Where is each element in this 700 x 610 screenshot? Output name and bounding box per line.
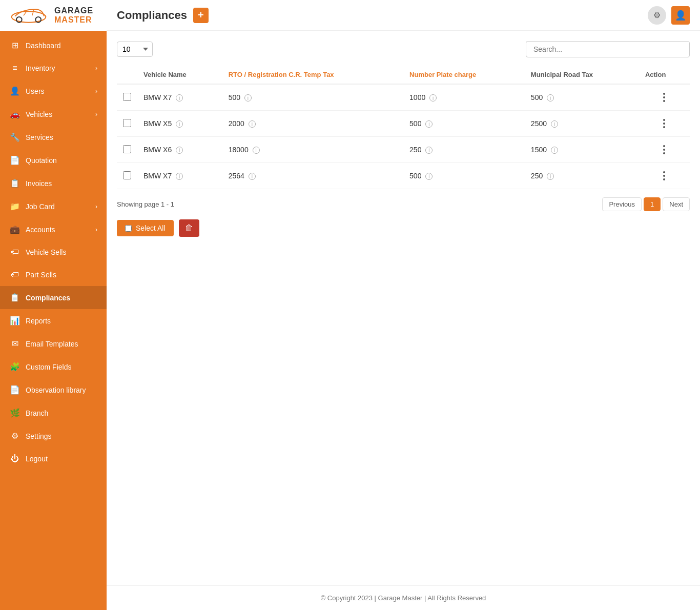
row-checkbox-1[interactable] xyxy=(123,119,131,127)
sidebar-item-dashboard[interactable]: ⊞ Dashboard xyxy=(0,34,107,57)
compliances-icon: 📋 xyxy=(9,293,20,302)
vehicle-name-info-icon[interactable]: i xyxy=(176,147,183,154)
rto-info-icon[interactable]: i xyxy=(249,173,256,180)
cell-action xyxy=(639,137,690,163)
sidebar-nav: ⊞ Dashboard ≡ Inventory › 👤 Users › 🚗 Ve… xyxy=(0,31,107,610)
pagination-buttons: Previous 1 Next xyxy=(602,197,690,211)
settings-gear-button[interactable]: ⚙ xyxy=(648,6,666,25)
municipal-info-icon[interactable]: i xyxy=(551,147,558,154)
cell-rto: 2000 i xyxy=(222,111,403,137)
car-logo-icon xyxy=(8,6,49,25)
content-area: 10 25 50 100 Vehicle Name RTO / Registra… xyxy=(107,31,700,585)
number-plate-info-icon[interactable]: i xyxy=(425,147,433,154)
sidebar-label-email-templates: Email Templates xyxy=(26,340,78,348)
user-profile-button[interactable]: 👤 xyxy=(671,6,690,25)
accounts-icon: 💼 xyxy=(9,225,20,234)
custom-fields-icon: 🧩 xyxy=(9,362,20,372)
chevron-right-icon: › xyxy=(95,203,97,210)
col-checkbox xyxy=(117,66,137,84)
sidebar-item-settings[interactable]: ⚙ Settings xyxy=(0,424,107,448)
cell-municipal: 2500 i xyxy=(525,111,639,137)
cell-vehicle-name: BMW X7 i xyxy=(137,163,222,189)
sidebar-item-users[interactable]: 👤 Users › xyxy=(0,79,107,103)
row-checkbox-0[interactable] xyxy=(123,93,131,101)
action-menu-button[interactable] xyxy=(645,91,684,104)
sidebar-label-compliances: Compliances xyxy=(26,294,70,302)
sidebar-item-branch[interactable]: 🌿 Branch xyxy=(0,401,107,424)
municipal-info-icon[interactable]: i xyxy=(547,173,554,180)
cell-rto: 2564 i xyxy=(222,163,403,189)
sidebar-item-part-sells[interactable]: 🏷 Part Sells xyxy=(0,263,107,286)
vehicle-name-info-icon[interactable]: i xyxy=(176,94,183,101)
rto-info-icon[interactable]: i xyxy=(253,147,260,154)
sidebar-item-compliances[interactable]: 📋 Compliances xyxy=(0,286,107,309)
logo-master-label: MASTER xyxy=(54,15,93,25)
sidebar-item-email-templates[interactable]: ✉ Email Templates xyxy=(0,332,107,355)
page-title: Compliances xyxy=(117,9,187,22)
reports-icon: 📊 xyxy=(9,316,20,326)
gear-icon: ⚙ xyxy=(653,10,661,20)
row-checkbox-2[interactable] xyxy=(123,145,131,153)
next-page-button[interactable]: Next xyxy=(663,197,690,211)
rto-info-icon[interactable]: i xyxy=(249,120,256,128)
cell-rto: 500 i xyxy=(222,84,403,111)
chevron-right-icon: › xyxy=(95,226,97,233)
sidebar-label-invoices: Invoices xyxy=(26,179,52,188)
search-input[interactable] xyxy=(526,41,690,57)
table-header: Vehicle Name RTO / Registration C.R. Tem… xyxy=(117,66,690,84)
municipal-info-icon[interactable]: i xyxy=(551,120,558,128)
sidebar-item-observation-library[interactable]: 📄 Observation library xyxy=(0,378,107,401)
col-number-plate: Number Plate charge xyxy=(403,66,525,84)
sidebar-item-services[interactable]: 🔧 Services xyxy=(0,126,107,149)
sidebar-item-reports[interactable]: 📊 Reports xyxy=(0,309,107,332)
controls-row: 10 25 50 100 xyxy=(117,41,690,57)
action-menu-button[interactable] xyxy=(645,117,684,130)
sidebar-label-inventory: Inventory xyxy=(26,64,55,72)
select-all-button[interactable]: Select All xyxy=(117,220,174,236)
col-municipal: Municipal Road Tax xyxy=(525,66,639,84)
page-1-button[interactable]: 1 xyxy=(644,197,661,211)
number-plate-info-icon[interactable]: i xyxy=(429,94,437,101)
cell-number-plate: 1000 i xyxy=(403,84,525,111)
observation-library-icon: 📄 xyxy=(9,385,20,395)
chevron-right-icon: › xyxy=(95,65,97,72)
row-checkbox-cell xyxy=(117,137,137,163)
vehicle-name-info-icon[interactable]: i xyxy=(176,173,183,180)
sidebar-item-custom-fields[interactable]: 🧩 Custom Fields xyxy=(0,355,107,378)
sidebar-label-settings: Settings xyxy=(26,432,52,440)
sidebar-item-accounts[interactable]: 💼 Accounts › xyxy=(0,218,107,241)
sidebar-item-logout[interactable]: ⏻ Logout xyxy=(0,448,107,470)
topbar: Compliances + ⚙ 👤 xyxy=(107,0,700,31)
cell-municipal: 250 i xyxy=(525,163,639,189)
sidebar-item-vehicles[interactable]: 🚗 Vehicles › xyxy=(0,103,107,126)
add-compliance-button[interactable]: + xyxy=(193,8,209,23)
cell-vehicle-name: BMW X6 i xyxy=(137,137,222,163)
trash-icon: 🗑 xyxy=(185,223,193,232)
logout-icon: ⏻ xyxy=(9,454,20,463)
sidebar-item-inventory[interactable]: ≡ Inventory › xyxy=(0,57,107,79)
action-menu-button[interactable] xyxy=(645,143,684,156)
number-plate-info-icon[interactable]: i xyxy=(425,173,433,180)
number-plate-info-icon[interactable]: i xyxy=(425,120,433,128)
cell-vehicle-name: BMW X5 i xyxy=(137,111,222,137)
municipal-info-icon[interactable]: i xyxy=(547,94,554,101)
select-all-checkbox[interactable] xyxy=(125,225,132,232)
sidebar-item-job-card[interactable]: 📁 Job Card › xyxy=(0,195,107,218)
sidebar-item-invoices[interactable]: 📋 Invoices xyxy=(0,172,107,195)
sidebar-label-users: Users xyxy=(26,87,45,95)
table-row: BMW X6 i 18000 i 250 i 1500 i xyxy=(117,137,690,163)
rto-info-icon[interactable]: i xyxy=(244,94,252,101)
sidebar-label-custom-fields: Custom Fields xyxy=(26,363,71,371)
previous-page-button[interactable]: Previous xyxy=(602,197,642,211)
action-menu-button[interactable] xyxy=(645,169,684,182)
row-checkbox-3[interactable] xyxy=(123,171,131,179)
select-all-label: Select All xyxy=(136,224,166,232)
sidebar: GARAGE MASTER ⊞ Dashboard ≡ Inventory › … xyxy=(0,0,107,610)
cell-municipal: 1500 i xyxy=(525,137,639,163)
vehicle-name-info-icon[interactable]: i xyxy=(176,120,183,128)
logo: GARAGE MASTER xyxy=(0,0,107,31)
per-page-select[interactable]: 10 25 50 100 xyxy=(117,42,153,57)
sidebar-item-vehicle-sells[interactable]: 🏷 Vehicle Sells xyxy=(0,241,107,263)
delete-selected-button[interactable]: 🗑 xyxy=(179,219,199,237)
sidebar-item-quotation[interactable]: 📄 Quotation xyxy=(0,149,107,172)
